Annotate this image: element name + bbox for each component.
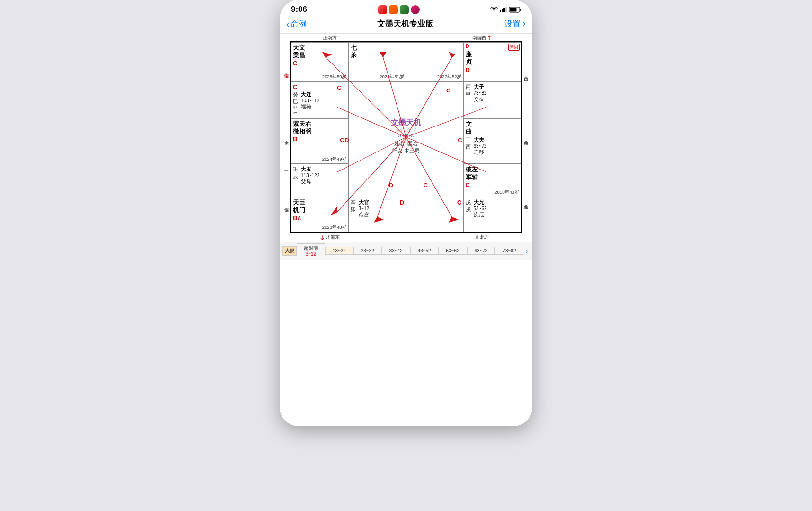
year-r1c3: 2027年52岁 xyxy=(437,74,462,80)
stem-xinmao: 辛卯 xyxy=(351,199,356,218)
right-seg-2: 西偏 xyxy=(522,105,530,169)
fumu-info: 大友 113~122 父母 xyxy=(301,166,319,185)
stars-row1-col1: 天文梁昌 xyxy=(293,44,347,60)
svg-rect-2 xyxy=(503,8,505,12)
bot-item-2[interactable]: 23~32 xyxy=(353,247,382,255)
stars-pojun: 破左军辅 xyxy=(466,166,520,181)
palace-qianyi: 文曲 丁酉 大夫 63~72 迁移 xyxy=(464,118,521,164)
bot-next-button[interactable]: › xyxy=(523,246,530,256)
stars-row1-col2: 七杀 xyxy=(351,44,405,60)
watermark-code: G5VUC xyxy=(398,133,414,138)
app-status-icons xyxy=(378,5,420,14)
year-minggong: 2023年48岁 xyxy=(322,224,347,231)
back-button[interactable]: ‹ 命例 xyxy=(286,18,307,29)
daxian-jie: 大兄 xyxy=(474,199,487,206)
bot-item-1[interactable]: 13~22 xyxy=(325,247,353,255)
arrow-down-icon xyxy=(320,234,325,240)
daxian-qianyi: 大夫 xyxy=(474,136,487,143)
fumu-stembranch: 壬辰 大友 113~122 父母 xyxy=(293,166,347,185)
battery-icon xyxy=(509,7,521,13)
stars-ziweixiang: 紫天右微相弼 xyxy=(293,120,347,136)
svg-rect-3 xyxy=(505,7,507,12)
palace-pojun: 破左军辅 C 2018年43岁 xyxy=(464,164,521,197)
bot-item-7[interactable]: 73~82 xyxy=(495,247,523,255)
app-icon-pink xyxy=(411,5,420,14)
letter-c-jie: C xyxy=(457,199,461,206)
letter-d-ming: D xyxy=(400,199,404,206)
wifi-icon xyxy=(490,7,498,12)
back-chevron: ‹ xyxy=(286,18,290,29)
back-text[interactable]: 命例 xyxy=(291,18,307,29)
letter-ba-minggong: BA xyxy=(293,215,301,222)
jiaoyou-info: 大子 73~82 交友 xyxy=(474,83,487,103)
time-display: 9:06 xyxy=(291,5,307,14)
jiaoyou-stembranch: 丙申 大子 73~82 交友 xyxy=(466,83,520,103)
range-ming: 3~12 xyxy=(359,206,370,211)
settings-button[interactable]: 设置 › xyxy=(504,18,526,29)
fude-stembranch: 癸巳 大迁 103~112 福德 xyxy=(293,91,347,110)
palace-fumu: 壬辰 大友 113~122 父母 xyxy=(291,164,349,197)
dir-south: 正南方 xyxy=(292,35,368,41)
palname-jiaoyou: 交友 xyxy=(474,96,487,103)
bot-item-6[interactable]: 63~72 xyxy=(467,247,495,255)
center-area: 文墨天机 pro 1.8.16 G5VUC 姓名: 匿名 阳女 木三局 xyxy=(349,81,464,197)
letter-c-fude: C xyxy=(293,83,297,91)
stem-dingyou: 丁酉 xyxy=(466,136,471,156)
phone-main: 9:06 ‹ 命例 文墨天机专业版 设置 › 正南方 xyxy=(280,0,532,426)
ming-info: 大官 3~12 命宫 xyxy=(359,199,370,218)
bot-item-0[interactable]: 超限前3~12 xyxy=(297,243,325,258)
palname-fumu: 父母 xyxy=(301,178,319,185)
side-east-north: 东偏 xyxy=(282,175,290,233)
year-fumo: 2024年49岁 xyxy=(322,156,347,162)
palace-jiaoyou: 丙申 大子 73~82 交友 xyxy=(464,81,521,118)
jie-stembranch: 戊戌 大兄 53~62 疾厄 xyxy=(466,199,520,218)
stem-wuxu: 戊戌 xyxy=(466,199,471,218)
signal-icon xyxy=(500,7,507,12)
left-side: 南偏 ← 正东 ← 东偏 xyxy=(282,41,290,233)
bot-item-4[interactable]: 43~52 xyxy=(410,247,439,255)
letter-d-lianzhen: D xyxy=(466,66,520,74)
nav-bar2: ‹ 命例 文墨天机专业版 设置 › xyxy=(280,16,532,34)
range-fumu: 113~122 xyxy=(301,173,319,178)
settings-text[interactable]: 设置 xyxy=(504,19,521,28)
year-r1c2: 2026年51岁 xyxy=(380,74,404,80)
app-icon-orange xyxy=(389,5,398,14)
stamp-laiyin: 来因 xyxy=(508,44,520,51)
bot-item-5[interactable]: 53~62 xyxy=(439,247,467,255)
fude-header: C xyxy=(293,83,347,91)
system-status-icons xyxy=(490,7,521,13)
dir-north: 正北方 xyxy=(444,234,520,241)
daxian-fude: 大迁 xyxy=(301,91,319,98)
daxian-fumu: 大友 xyxy=(301,166,319,173)
stem-label-fude: 甲午 xyxy=(293,105,297,117)
bot-item-3[interactable]: 33~42 xyxy=(382,247,410,255)
arrow-up-icon xyxy=(487,35,492,41)
side-east: 正东 xyxy=(282,108,290,166)
top-d-lianzhen: D xyxy=(466,43,469,49)
fude-info: 大迁 103~112 福德 xyxy=(301,91,319,110)
palace-jie-bottom: C xyxy=(406,197,464,232)
left-arrow-2: ← xyxy=(282,166,290,175)
palace-qisha: 七杀 2026年51岁 xyxy=(349,42,406,81)
year-pojun: 2018年43岁 xyxy=(494,189,519,196)
bottom-strip: 大限 超限前3~12 13~22 23~32 33~42 43~52 53~62… xyxy=(280,242,532,260)
qianyi-stembranch: 丁酉 大夫 63~72 迁移 xyxy=(466,136,520,156)
center-info: 阳女 木三局 xyxy=(392,147,420,154)
palace-lianzhen: D 来因 廉贞 D xyxy=(464,42,521,81)
year-r1c1: 2025年50岁 xyxy=(322,74,347,80)
letter-c-r1c1: C xyxy=(293,60,347,67)
range-jiaoyou: 73~82 xyxy=(474,90,487,96)
palace-fumo: 紫天右微相弼 B 2024年49岁 xyxy=(291,118,349,164)
center-name: 姓名: 匿名 xyxy=(394,140,418,147)
range-fude: 103~112 xyxy=(301,98,319,103)
stem-bingshen: 丙申 xyxy=(466,83,471,103)
bottom-directions: 北偏东 正北方 xyxy=(282,233,530,241)
left-arrow-1: ← xyxy=(282,99,290,108)
dir-spacer-bot xyxy=(368,234,444,241)
dir-spacer xyxy=(368,35,444,41)
stars-lianzhen: 廉贞 xyxy=(466,51,520,66)
palname-fude: 福德 xyxy=(301,103,319,110)
letter-c-pojun: C xyxy=(466,181,470,188)
page-title: 文墨天机专业版 xyxy=(377,18,433,29)
watermark-version: pro 1.8.16 xyxy=(395,128,416,133)
